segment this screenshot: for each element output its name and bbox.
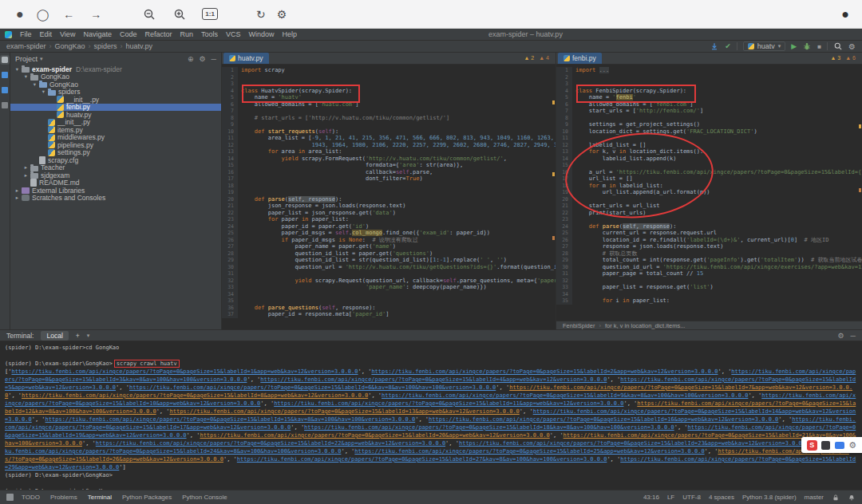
tree-item-teacher[interactable]: ▸Teacher xyxy=(10,164,221,172)
tree-item-scrapy-cfg[interactable]: scrapy.cfg xyxy=(10,156,221,164)
menu-run[interactable]: Run xyxy=(176,30,197,38)
run-config-select[interactable]: huatv ▾ xyxy=(743,41,786,51)
info-circle-icon[interactable]: ◯ xyxy=(37,9,49,20)
inspection-badge[interactable]: ▲ 6 xyxy=(845,55,856,61)
menu-code[interactable]: Code xyxy=(116,30,141,38)
inspection-badge[interactable]: ▲ 3 xyxy=(830,55,840,61)
stop-button[interactable]: ■ xyxy=(817,43,821,50)
code-right[interactable]: 1import ...234class FenbiSpider(scrapy.S… xyxy=(556,65,862,321)
breadcrumb-item[interactable]: GongKao xyxy=(55,42,85,50)
tree-item-scratches-and-consoles[interactable]: ▸Scratches and Consoles xyxy=(10,195,221,203)
tree-item-settings-py[interactable]: settings.py xyxy=(10,149,221,157)
tree-item-huatv-py[interactable]: huatv.py xyxy=(10,111,221,119)
zoom-out-icon[interactable] xyxy=(143,8,156,21)
terminal-link[interactable]: https://tiku.fenbi.com/api/xingce/papers… xyxy=(45,416,416,423)
breadcrumb-class[interactable]: FenbiSpider xyxy=(563,322,595,329)
vcs-update-icon[interactable] xyxy=(710,41,719,51)
terminal-link[interactable]: https://tiku.fenbi.com/api/xingce/papers… xyxy=(11,368,358,375)
menu-view[interactable]: View xyxy=(56,30,79,38)
rotate-icon[interactable]: ↻ xyxy=(256,9,266,20)
more-icon[interactable]: ● xyxy=(841,8,849,21)
menu-navigate[interactable]: Navigate xyxy=(79,30,116,38)
ime-logo-icon[interactable]: S xyxy=(807,440,817,451)
statusbar-python-3-8-spider-[interactable]: Python 3.8 (spider) xyxy=(742,494,797,501)
terminal-link[interactable]: https://tiku.fenbi.com/api/xingce/papers… xyxy=(237,456,607,463)
terminal-link[interactable]: https://tiku.fenbi.com/api/xingce/papers… xyxy=(371,368,718,375)
terminal-link[interactable]: https://tiku.fenbi.com/api/xingce/papers… xyxy=(96,440,445,447)
tools-icon[interactable]: ⚙ xyxy=(277,9,287,20)
statusbar-python-console[interactable]: Python Console xyxy=(182,494,227,501)
tree-item-gongkao[interactable]: ▾GongKao xyxy=(10,81,221,89)
structure-tool-icon[interactable] xyxy=(2,87,8,93)
tab-huatv-py[interactable]: huatv.py xyxy=(223,53,269,64)
lock-icon[interactable] xyxy=(832,494,840,502)
ime-language-icon[interactable] xyxy=(821,441,830,450)
settings-gear-icon[interactable]: ⚙ xyxy=(848,42,856,51)
back-icon[interactable]: ← xyxy=(63,9,74,20)
app-circle-icon[interactable]: ● xyxy=(16,8,24,21)
statusbar-43-16[interactable]: 43:16 xyxy=(643,494,659,501)
tree-item-gongkao[interactable]: ▾GongKao xyxy=(10,73,221,81)
tree-item-readme-md[interactable]: README.md xyxy=(10,179,221,187)
menu-window[interactable]: Window xyxy=(245,30,279,38)
tab-fenbi-py[interactable]: fenbi.py xyxy=(558,53,602,64)
project-panel-title[interactable]: Project xyxy=(15,55,38,63)
minimize-terminal-icon[interactable]: ─ xyxy=(851,332,856,340)
terminal-link[interactable]: https://tiku.fenbi.com/api/xingce/papers… xyxy=(260,376,607,383)
terminal-link[interactable]: https://tiku.fenbi.com/api/xingce/papers… xyxy=(274,400,623,407)
inspection-badge[interactable]: ▲ 4 xyxy=(539,55,549,61)
tree-item-items-py[interactable]: items.py xyxy=(10,126,221,134)
breadcrumb-item[interactable]: huatv.py xyxy=(126,42,152,50)
menu-refactor[interactable]: Refactor xyxy=(140,30,176,38)
statusbar-4-spaces[interactable]: 4 spaces xyxy=(709,494,734,501)
statusbar-terminal[interactable]: Terminal xyxy=(88,494,112,501)
terminal-link[interactable]: https://tiku.fenbi.com/api/xingce/papers… xyxy=(200,432,549,439)
breadcrumb-item[interactable]: spiders xyxy=(94,42,117,50)
statusbar-lf[interactable]: LF xyxy=(667,494,674,501)
breadcrumb-item[interactable]: exam-spider xyxy=(6,42,46,50)
run-button[interactable]: ▶ xyxy=(791,42,797,50)
tree-item-external-libraries[interactable]: ▸External Libraries xyxy=(10,187,221,195)
tree-item-pipelines-py[interactable]: pipelines.py xyxy=(10,141,221,149)
tree-item--init-py[interactable]: __init__.py xyxy=(10,96,221,104)
panel-settings-gear-icon[interactable]: ⚙ xyxy=(200,55,206,63)
menu-file[interactable]: File xyxy=(16,30,36,38)
debug-button[interactable] xyxy=(802,41,812,51)
statusbar-python-packages[interactable]: Python Packages xyxy=(122,494,172,501)
statusbar-todo[interactable]: TODO xyxy=(22,494,40,501)
project-tool-icon[interactable] xyxy=(2,57,8,63)
inspection-badge[interactable]: ▲ 2 xyxy=(524,55,534,61)
terminal-link[interactable]: https://tiku.fenbi.com/api/xingce/papers… xyxy=(382,392,748,399)
tree-item--init-py[interactable]: __init__.py xyxy=(10,119,221,127)
forward-icon[interactable]: → xyxy=(90,9,101,20)
tree-item-spiders[interactable]: ▾spiders xyxy=(10,89,221,96)
tool-windows-icon[interactable] xyxy=(6,494,14,501)
tree-item-fenbi-py[interactable]: fenbi.py xyxy=(10,104,221,112)
statusbar-master[interactable]: master xyxy=(805,494,824,501)
ime-keyboard-icon[interactable] xyxy=(835,442,844,449)
menu-edit[interactable]: Edit xyxy=(36,30,57,38)
terminal-link[interactable]: https://tiku.fenbi.com/api/xingce/papers… xyxy=(429,416,778,423)
actual-size-icon[interactable]: 1:1 xyxy=(202,8,218,20)
tree-item-sjdgexam[interactable]: ▸sjdgexam xyxy=(10,171,221,179)
terminal-link[interactable]: https://tiku.fenbi.com/api/xingce/papers… xyxy=(354,448,704,455)
breadcrumb-member[interactable]: for k, v in location_dict.items... xyxy=(605,322,685,329)
vcs-commit-icon[interactable]: ✔ xyxy=(725,42,731,50)
hide-panel-icon[interactable]: ─ xyxy=(212,55,216,63)
menu-tools[interactable]: Tools xyxy=(197,30,222,38)
terminal-settings-gear-icon[interactable]: ⚙ xyxy=(838,332,844,340)
commit-tool-icon[interactable] xyxy=(2,72,8,78)
terminal-link[interactable]: https://tiku.fenbi.com/api/xingce/papers… xyxy=(459,440,809,447)
terminal-body[interactable]: (spider) D:\exam-spider>cd GongKao (spid… xyxy=(0,341,862,490)
bookmarks-tool-icon[interactable] xyxy=(2,102,8,108)
ime-toolbox-icon[interactable]: ⚙ xyxy=(848,441,856,450)
expand-all-icon[interactable]: ⊕ xyxy=(188,55,194,63)
terminal-link[interactable]: https://tiku.fenbi.com/api/xingce/papers… xyxy=(129,384,496,391)
notifications-bell-icon[interactable] xyxy=(848,494,856,502)
terminal-link[interactable]: https://tiku.fenbi.com/api/xingce/papers… xyxy=(304,424,674,431)
tree-item-middlewares-py[interactable]: middlewares.py xyxy=(10,134,221,142)
terminal-link[interactable]: https://tiku.fenbi.com/api/xingce/papers… xyxy=(170,408,520,415)
menu-vcs[interactable]: VCS xyxy=(222,30,245,38)
code-left[interactable]: 1import scrapy234class HuatvSpider(scrap… xyxy=(222,65,556,329)
new-terminal-icon[interactable]: + xyxy=(76,332,80,340)
